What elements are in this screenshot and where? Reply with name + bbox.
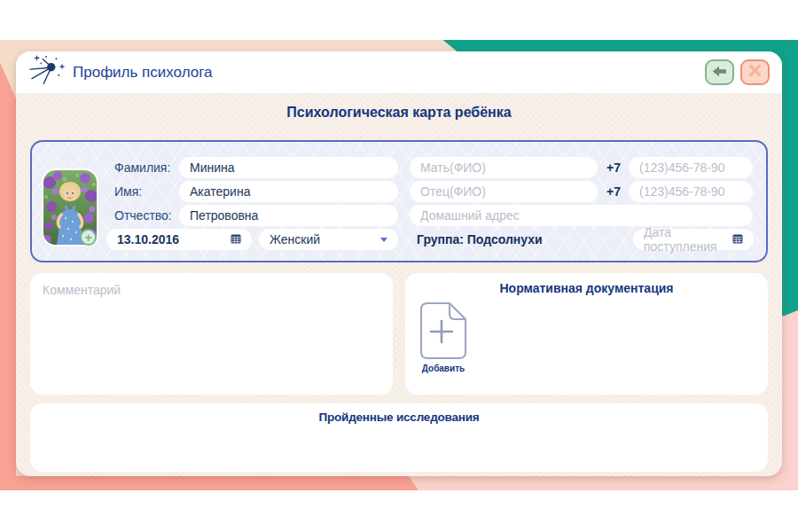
back-arrow-icon bbox=[712, 65, 727, 81]
titlebar: Профиль психолога bbox=[16, 51, 782, 93]
birthdate-input[interactable]: 13.10.2016 bbox=[106, 229, 252, 250]
add-document-label: Добавить bbox=[419, 364, 467, 373]
child-info-panel: + Фамилия: Имя: Отчество: 13.10.2016 Жен… bbox=[30, 140, 768, 262]
surname-label: Фамилия: bbox=[114, 157, 170, 178]
comment-card bbox=[30, 273, 393, 395]
gender-value: Женский bbox=[270, 232, 320, 246]
documents-title: Нормативная документация bbox=[405, 281, 768, 295]
calendar-icon bbox=[732, 232, 743, 246]
surname-input[interactable] bbox=[179, 157, 398, 178]
father-phone-prefix: +7 bbox=[606, 181, 621, 202]
firstname-label: Имя: bbox=[114, 181, 142, 202]
app-title: Профиль психолога bbox=[73, 64, 213, 82]
research-card: Пройденные исследования bbox=[30, 403, 768, 472]
photo-add-button[interactable]: + bbox=[80, 229, 97, 246]
chevron-down-icon bbox=[380, 238, 387, 242]
documents-card: Нормативная документация Добавить bbox=[405, 273, 768, 395]
plus-icon: + bbox=[84, 231, 91, 244]
mother-name-input[interactable] bbox=[410, 157, 598, 178]
admission-date-input[interactable]: Дата поступления bbox=[633, 229, 754, 250]
add-document-button[interactable]: Добавить bbox=[419, 302, 467, 373]
sputnik-logo-icon bbox=[28, 55, 66, 90]
back-button[interactable] bbox=[705, 59, 734, 85]
patronymic-input[interactable] bbox=[179, 205, 398, 226]
admission-date-placeholder: Дата поступления bbox=[644, 225, 732, 254]
research-title: Пройденные исследования bbox=[30, 411, 768, 424]
document-plus-icon bbox=[420, 347, 466, 362]
father-phone-input[interactable] bbox=[629, 181, 753, 202]
screen: Профиль психолога Психологическая карта … bbox=[0, 0, 798, 532]
comment-textarea[interactable] bbox=[30, 273, 393, 395]
home-address-input[interactable] bbox=[410, 205, 753, 226]
mother-phone-prefix: +7 bbox=[606, 157, 621, 178]
page-title: Психологическая карта ребёнка bbox=[16, 105, 782, 121]
gender-select[interactable]: Женский bbox=[259, 229, 398, 250]
patronymic-label: Отчество: bbox=[114, 205, 172, 226]
close-button[interactable] bbox=[740, 59, 770, 85]
birthdate-value: 13.10.2016 bbox=[117, 232, 179, 246]
father-name-input[interactable] bbox=[410, 181, 598, 202]
app-window: Профиль психолога Психологическая карта … bbox=[16, 51, 782, 476]
mother-phone-input[interactable] bbox=[629, 157, 753, 178]
calendar-icon bbox=[231, 232, 241, 246]
firstname-input[interactable] bbox=[179, 181, 398, 202]
close-icon bbox=[747, 63, 763, 82]
group-label: Группа: Подсолнухи bbox=[417, 229, 543, 250]
